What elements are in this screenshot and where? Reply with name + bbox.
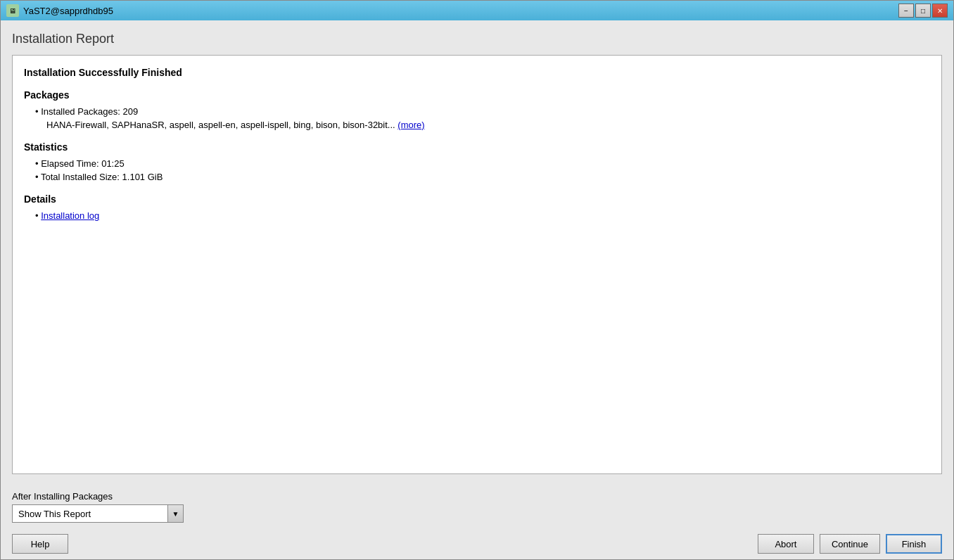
finish-button[interactable]: Finish	[886, 534, 942, 554]
installation-log-link[interactable]: Installation log	[41, 210, 99, 221]
titlebar-title: YaST2@sapprdhdb95	[23, 6, 113, 16]
main-window: 🖥 YaST2@sapprdhdb95 − □ ✕ Installation R…	[0, 0, 954, 560]
installed-packages-item: Installed Packages: 209	[24, 106, 930, 117]
status-heading: Installation Successfully Finished	[24, 67, 930, 78]
details-heading: Details	[24, 193, 930, 205]
abort-button[interactable]: Abort	[758, 534, 814, 554]
titlebar-left: 🖥 YaST2@sapprdhdb95	[6, 4, 113, 17]
close-button[interactable]: ✕	[932, 4, 948, 18]
dropdown-arrow-icon[interactable]: ▼	[167, 505, 183, 522]
report-area: Installation Successfully Finished Packa…	[12, 55, 942, 474]
installed-packages-list: HANA-Firewall, SAPHanaSR, aspell, aspell…	[24, 120, 930, 130]
statistics-heading: Statistics	[24, 141, 930, 153]
button-bar-left: Help	[12, 534, 68, 554]
packages-section: Packages Installed Packages: 209 HANA-Fi…	[24, 89, 930, 130]
elapsed-time-item: Elapsed Time: 01:25	[24, 158, 930, 169]
total-size-item: Total Installed Size: 1.101 GiB	[24, 172, 930, 182]
statistics-section: Statistics Elapsed Time: 01:25 Total Ins…	[24, 141, 930, 182]
window-content: Installation Report Installation Success…	[1, 20, 953, 485]
titlebar: 🖥 YaST2@sapprdhdb95 − □ ✕	[1, 1, 953, 20]
after-installing-label: After Installing Packages	[12, 491, 942, 502]
titlebar-buttons: − □ ✕	[898, 4, 948, 18]
details-section: Details Installation log	[24, 193, 930, 221]
maximize-button[interactable]: □	[915, 4, 931, 18]
continue-button[interactable]: Continue	[820, 534, 880, 554]
button-bar-right: Abort Continue Finish	[758, 534, 942, 554]
page-title: Installation Report	[12, 32, 942, 46]
more-link[interactable]: (more)	[398, 120, 424, 130]
dropdown-selected-value: Show This Report	[13, 509, 167, 519]
help-button[interactable]: Help	[12, 534, 68, 554]
button-bar: Help Abort Continue Finish	[1, 528, 953, 559]
app-icon: 🖥	[6, 4, 19, 17]
bottom-area: After Installing Packages Show This Repo…	[1, 485, 953, 528]
installed-packages-label: Installed Packages: 209	[41, 106, 138, 117]
show-report-dropdown[interactable]: Show This Report ▼	[12, 504, 184, 523]
log-link-item: Installation log	[24, 210, 930, 221]
packages-heading: Packages	[24, 89, 930, 101]
status-section: Installation Successfully Finished	[24, 67, 930, 78]
minimize-button[interactable]: −	[898, 4, 914, 18]
